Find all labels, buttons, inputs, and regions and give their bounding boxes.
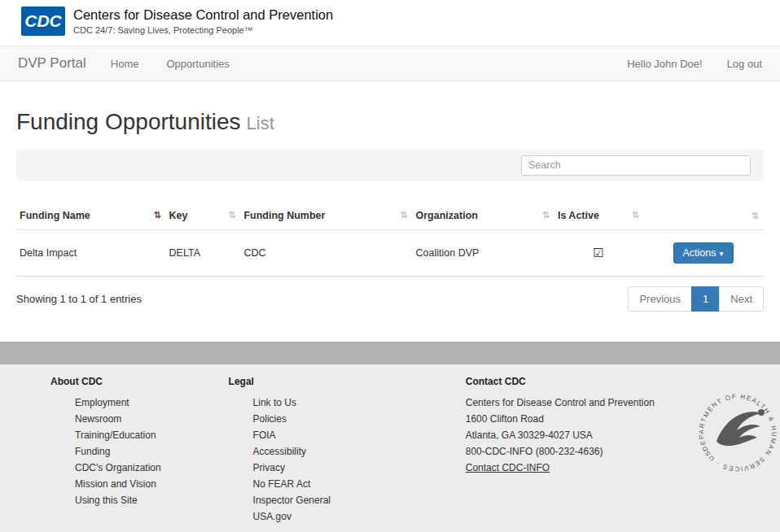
pagination-previous[interactable]: Previous	[628, 286, 692, 312]
cell-funding-name: Delta Impact	[16, 230, 166, 277]
page-title-text: Funding Opportunities	[16, 109, 241, 134]
table-header-row: Funding Name ⇅ Key ⇅ Funding Number ⇅ Or…	[16, 203, 764, 230]
main-content: Funding OpportunitiesList Funding Name ⇅…	[0, 109, 780, 312]
pagination-page-1[interactable]: 1	[691, 286, 720, 312]
sort-icon: ⇅	[153, 210, 160, 220]
footer-link-using-this-site[interactable]: Using this Site	[75, 492, 229, 508]
footer-link-cdc-organization[interactable]: CDC's Organization	[75, 460, 229, 476]
footer-about-column: About CDC Employment Newsroom Training/E…	[50, 376, 229, 532]
navbar-left: DVP Portal Home Opportunities	[18, 55, 257, 72]
footer-link-privacy[interactable]: Privacy	[253, 460, 466, 476]
navbar-right: Hello John Doe! Log out	[627, 58, 762, 70]
navbar: DVP Portal Home Opportunities Hello John…	[0, 46, 780, 81]
navbar-brand[interactable]: DVP Portal	[18, 55, 86, 72]
footer-link-usa-gov[interactable]: USA.gov	[253, 508, 466, 525]
sort-icon: ⇅	[542, 210, 550, 220]
hhs-seal: DEPARTMENT OF HEALTH & HUMAN SERVICES · …	[695, 376, 780, 532]
pagination: Previous 1 Next	[628, 286, 764, 312]
footer-about-heading: About CDC	[50, 376, 229, 387]
site-tagline: CDC 24/7: Saving Lives, Protecting Peopl…	[73, 25, 333, 35]
nav-item-home[interactable]: Home	[111, 58, 139, 70]
footer-contact-line: 800-CDC-INFO (800-232-4636)	[466, 443, 694, 460]
footer-link-employment[interactable]: Employment	[75, 395, 229, 411]
footer-link-funding[interactable]: Funding	[75, 443, 229, 460]
column-header-actions[interactable]: ⇅	[644, 203, 764, 230]
masthead-text: Centers for Disease Control and Preventi…	[73, 7, 333, 35]
funding-table: Funding Name ⇅ Key ⇅ Funding Number ⇅ Or…	[16, 203, 764, 277]
cdc-logo-text: CDC	[24, 11, 62, 31]
footer-legal-column: Legal Link to Us Policies FOIA Accessibi…	[229, 376, 466, 532]
column-header-funding-number[interactable]: Funding Number ⇅	[240, 203, 412, 230]
footer-contact-line: 1600 Clifton Road	[466, 411, 694, 427]
footer-link-mission-vision[interactable]: Mission and Vision	[75, 476, 229, 492]
sort-icon: ⇅	[752, 211, 759, 221]
footer-link-foia[interactable]: FOIA	[253, 427, 466, 443]
footer-contact-heading: Contact CDC	[466, 376, 694, 387]
table-info: Showing 1 to 1 of 1 entries	[16, 286, 142, 305]
sort-icon: ⇅	[400, 210, 407, 220]
pagination-next[interactable]: Next	[719, 286, 764, 312]
page-title: Funding OpportunitiesList	[16, 109, 764, 135]
footer-link-inspector-general[interactable]: Inspector General	[253, 492, 466, 508]
checked-checkbox-icon: ☑	[593, 246, 603, 259]
actions-button[interactable]: Actions▾	[673, 242, 734, 264]
cell-organization: Coalition DVP	[413, 230, 554, 277]
table-toolbar	[16, 150, 764, 181]
footer-contact-line: Centers for Disease Control and Preventi…	[466, 395, 694, 411]
sort-icon: ⇅	[228, 210, 235, 220]
cell-is-active: ☑	[554, 230, 644, 277]
footer-contact-cdc-info-link[interactable]: Contact CDC-INFO	[466, 460, 550, 476]
footer-body: About CDC Employment Newsroom Training/E…	[0, 364, 780, 532]
footer-link-link-to-us[interactable]: Link to Us	[253, 395, 466, 411]
column-header-key[interactable]: Key ⇅	[166, 203, 241, 230]
site-title: Centers for Disease Control and Preventi…	[73, 7, 333, 23]
cell-funding-number: CDC	[240, 230, 412, 277]
table-footer: Showing 1 to 1 of 1 entries Previous 1 N…	[16, 286, 764, 312]
footer: About CDC Employment Newsroom Training/E…	[0, 342, 780, 532]
sort-icon: ⇅	[632, 210, 639, 220]
footer-legal-heading: Legal	[229, 376, 466, 387]
nav-item-opportunities[interactable]: Opportunities	[166, 58, 229, 70]
logout-link[interactable]: Log out	[727, 58, 762, 70]
cdc-logo[interactable]: CDC	[21, 7, 65, 36]
cell-key: DELTA	[166, 230, 241, 277]
footer-link-accessibility[interactable]: Accessibility	[253, 443, 466, 460]
user-greeting: Hello John Doe!	[627, 58, 703, 70]
caret-down-icon: ▾	[720, 249, 724, 258]
footer-divider-band	[0, 342, 780, 364]
footer-link-newsroom[interactable]: Newsroom	[75, 411, 229, 427]
cell-actions: Actions▾	[644, 230, 764, 277]
eagle-icon	[716, 409, 765, 446]
page-subtitle: List	[247, 113, 274, 133]
footer-link-training-education[interactable]: Training/Education	[75, 427, 229, 443]
column-header-is-active[interactable]: Is Active ⇅	[554, 203, 644, 230]
search-input[interactable]	[521, 155, 751, 176]
cdc-masthead: CDC Centers for Disease Control and Prev…	[0, 0, 780, 41]
column-header-organization[interactable]: Organization ⇅	[413, 203, 554, 230]
column-header-funding-name[interactable]: Funding Name ⇅	[16, 203, 166, 230]
footer-contact-line: Atlanta, GA 30329-4027 USA	[466, 427, 694, 443]
hhs-seal-icon: DEPARTMENT OF HEALTH & HUMAN SERVICES · …	[695, 390, 780, 475]
footer-link-policies[interactable]: Policies	[253, 411, 466, 427]
footer-contact-column: Contact CDC Centers for Disease Control …	[466, 376, 694, 532]
table-row: Delta Impact DELTA CDC Coalition DVP ☑ A…	[16, 230, 764, 277]
footer-link-no-fear-act[interactable]: No FEAR Act	[253, 476, 466, 492]
